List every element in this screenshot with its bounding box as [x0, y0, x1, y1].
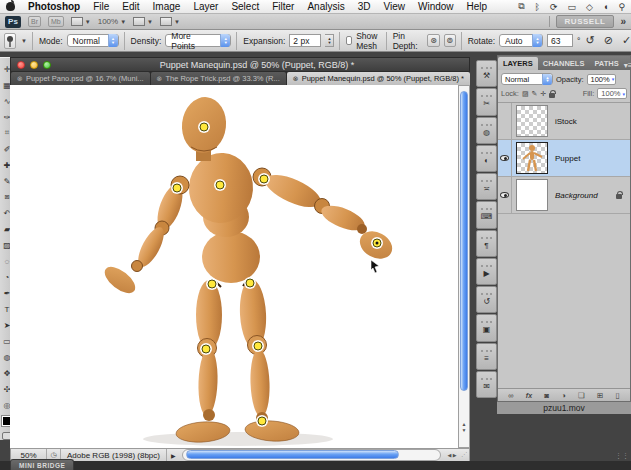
panel-tab-paths[interactable]: PATHS [589, 57, 623, 70]
layer-style-icon[interactable]: fx [526, 392, 532, 399]
expansion-stepper[interactable]: ▲▼ [325, 34, 334, 47]
spotlight-icon[interactable]: ⚲ [618, 2, 625, 12]
actions-icon[interactable]: ▶ [476, 258, 497, 285]
document-tab-2[interactable]: ⊗Puppet Manequin.psd @ 50% (Puppet, RGB/… [287, 72, 470, 85]
layer-mask-icon[interactable]: ◙ [544, 391, 549, 400]
new-group-icon[interactable]: ❏ [578, 391, 585, 400]
horizontal-scrollbar[interactable] [182, 449, 441, 461]
apple-menu-icon[interactable] [6, 2, 15, 11]
arrange-documents-dropdown[interactable]: ▼ [133, 17, 153, 26]
display-icon[interactable]: ▭ [568, 2, 577, 12]
layer-row-background[interactable]: Background [498, 177, 630, 214]
lock-pixels-icon[interactable]: ✎ [532, 90, 538, 98]
layer-thumbnail[interactable] [516, 105, 548, 137]
puppet-pin-chest[interactable] [216, 181, 225, 190]
layer-comps-icon[interactable]: ▣ [476, 314, 497, 341]
menu-image[interactable]: Image [153, 1, 181, 12]
menu-edit[interactable]: Edit [122, 1, 139, 12]
visibility-cell[interactable] [498, 103, 512, 139]
new-layer-icon[interactable]: ⊞ [597, 391, 603, 400]
workspace-overflow-chevron[interactable]: » [620, 16, 626, 27]
history-icon[interactable]: ↺ [476, 286, 497, 313]
puppet-pin-left-shoulder[interactable] [173, 184, 182, 193]
horizontal-scrollbar-thumb[interactable] [186, 450, 400, 459]
info-icon[interactable]: ✉ [476, 371, 497, 398]
puppet-pin-right-shoulder[interactable] [260, 175, 269, 184]
blend-mode-dropdown[interactable]: Normal▲▼ [501, 73, 553, 85]
notes-icon[interactable]: ≡ [476, 343, 497, 370]
close-tab-icon[interactable]: ⊗ [293, 75, 299, 83]
view-extras-dropdown[interactable]: ▼ [71, 17, 91, 26]
horizontal-scrollbar-buttons[interactable]: ◀ ▶ [443, 452, 461, 458]
menu-photoshop[interactable]: Photoshop [28, 1, 80, 12]
close-tab-icon[interactable]: ⊗ [17, 75, 23, 83]
panel-tab-channels[interactable]: CHANNELS [538, 57, 590, 70]
opacity-dropdown[interactable]: 100%▾ [587, 74, 617, 85]
show-mesh-checkbox[interactable] [346, 36, 352, 45]
masks-icon[interactable]: ≍ [476, 173, 497, 200]
cancel-icon[interactable]: ⊘ [604, 34, 613, 47]
adjustment-layer-icon[interactable]: ◑ [561, 391, 566, 400]
vertical-scrollbar-buttons[interactable]: ▲▼ [459, 421, 469, 433]
pin-depth-forward-icon[interactable]: ⊛ [427, 34, 439, 47]
zoom-level-dropdown[interactable]: 100%▼ [98, 17, 126, 26]
shape-icon[interactable]: ◇ [586, 2, 593, 12]
lock-all-icon[interactable] [549, 93, 555, 98]
eye-icon[interactable] [500, 192, 509, 198]
layer-row-istock[interactable]: iStock [498, 103, 630, 140]
character-icon[interactable]: ¶ [476, 230, 497, 257]
eye-icon[interactable] [500, 155, 509, 161]
rotate-dropdown[interactable]: Auto▲▼ [499, 34, 543, 47]
puppet-warp-pin-icon[interactable] [4, 33, 16, 49]
sync-icon[interactable]: ⟳ [550, 2, 558, 12]
app-resize-grip[interactable]: ⋮⋮ [615, 452, 629, 460]
canvas[interactable] [10, 85, 458, 448]
screen-mode-dropdown[interactable]: ▼ [160, 17, 180, 26]
menu-filter[interactable]: Filter [272, 1, 294, 12]
fill-dropdown[interactable]: 100%▾ [597, 88, 627, 99]
workspace-button[interactable]: RUSSELL [556, 15, 615, 28]
delete-layer-icon[interactable]: ▯ [616, 391, 620, 400]
menu-3d[interactable]: 3D [358, 1, 371, 12]
commit-icon[interactable]: ✓ [622, 34, 631, 47]
tool-preset-caret[interactable]: ▼ [21, 38, 27, 44]
app-switcher-icon[interactable]: ⧉ [518, 1, 524, 12]
clone-source-icon[interactable]: ⌨ [476, 201, 497, 228]
document-tab-0[interactable]: ⊗Puppet Pano.psd @ 16.7% (Muni... [11, 72, 150, 85]
panel-menu-icon[interactable]: ▾≡ [624, 61, 631, 70]
close-tab-icon[interactable]: ⊗ [157, 75, 163, 83]
brush-panel-icon[interactable]: ⚒ [476, 60, 497, 87]
visibility-cell[interactable] [498, 140, 512, 176]
puppet-pin-right-knee[interactable] [254, 342, 263, 351]
visibility-cell[interactable] [498, 177, 512, 213]
layer-row-puppet[interactable]: Puppet [498, 140, 630, 177]
tool-presets-icon[interactable]: ✂ [476, 88, 497, 115]
menu-file[interactable]: File [93, 1, 109, 12]
rotate-angle-input[interactable]: 63 [547, 34, 573, 47]
styles-icon[interactable]: ◍ [476, 117, 497, 144]
puppet-pin-right-hip[interactable] [246, 279, 255, 288]
volume-icon[interactable]: ◖ [603, 2, 608, 12]
zoom-window-button[interactable] [43, 61, 51, 69]
panel-tab-layers[interactable]: LAYERS [498, 57, 538, 70]
minibridge-button[interactable]: Mb [48, 16, 64, 27]
mini-bridge-tab[interactable]: MINI BRIDGE [10, 459, 74, 470]
expansion-input[interactable]: 2 px [289, 34, 321, 47]
adjustments-icon[interactable]: ◐ [476, 145, 497, 172]
puppet-pin-head[interactable] [200, 123, 209, 132]
menu-select[interactable]: Select [231, 1, 259, 12]
lock-position-icon[interactable]: ✛ [540, 90, 546, 98]
puppet-pin-left-hip[interactable] [208, 280, 217, 289]
menu-help[interactable]: Help [467, 1, 488, 12]
link-layers-icon[interactable]: ∞ [508, 391, 513, 400]
bluetooth-icon[interactable]: ᛒ [535, 2, 540, 12]
bridge-button[interactable]: Br [28, 16, 41, 27]
menu-view[interactable]: View [383, 1, 405, 12]
menu-layer[interactable]: Layer [193, 1, 218, 12]
vertical-scrollbar[interactable]: ▲▼ [458, 85, 470, 448]
density-dropdown[interactable]: More Points▲▼ [165, 34, 231, 47]
menu-window[interactable]: Window [418, 1, 454, 12]
puppet-pin-left-knee[interactable] [202, 345, 211, 354]
puppet-pin-right-ankle[interactable] [258, 417, 267, 426]
menu-analysis[interactable]: Analysis [307, 1, 344, 12]
